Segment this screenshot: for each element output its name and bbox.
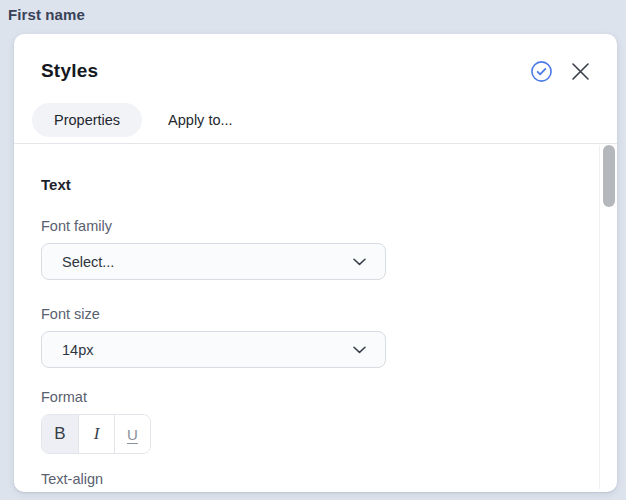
font-family-value: Select...: [62, 254, 114, 270]
font-family-label: Font family: [41, 217, 593, 235]
italic-button[interactable]: I: [78, 415, 114, 453]
panel-content: Text Font family Select... Font size 14p…: [14, 144, 617, 488]
panel-header: Styles: [14, 34, 617, 84]
tab-properties[interactable]: Properties: [32, 103, 142, 137]
chevron-down-icon: [353, 346, 366, 354]
section-heading-text: Text: [41, 176, 593, 194]
header-actions: [529, 59, 592, 83]
chevron-down-icon: [353, 258, 366, 266]
panel-title: Styles: [41, 58, 98, 84]
font-size-value: 14px: [62, 342, 93, 358]
close-button[interactable]: [568, 59, 592, 83]
scrollbar-thumb[interactable]: [603, 145, 615, 207]
bold-button[interactable]: B: [42, 415, 78, 453]
font-size-label: Font size: [41, 305, 593, 323]
underline-icon: U: [127, 426, 138, 443]
styles-panel: Styles Properties Apply to..: [14, 34, 617, 492]
confirm-button[interactable]: [529, 59, 553, 83]
underline-button[interactable]: U: [114, 415, 150, 453]
font-size-select[interactable]: 14px: [41, 331, 386, 368]
format-label: Format: [41, 388, 593, 406]
tab-bar: Properties Apply to...: [32, 103, 617, 137]
bold-icon: B: [54, 424, 65, 444]
close-icon: [572, 63, 589, 80]
text-align-label: Text-align: [41, 470, 593, 488]
check-circle-icon: [530, 60, 553, 83]
format-button-group: B I U: [41, 414, 151, 454]
tab-apply-to[interactable]: Apply to...: [142, 103, 258, 137]
font-family-select[interactable]: Select...: [41, 243, 386, 280]
italic-icon: I: [94, 424, 100, 444]
form-field-label: First name: [8, 6, 85, 23]
scrollbar-track: [599, 145, 600, 489]
